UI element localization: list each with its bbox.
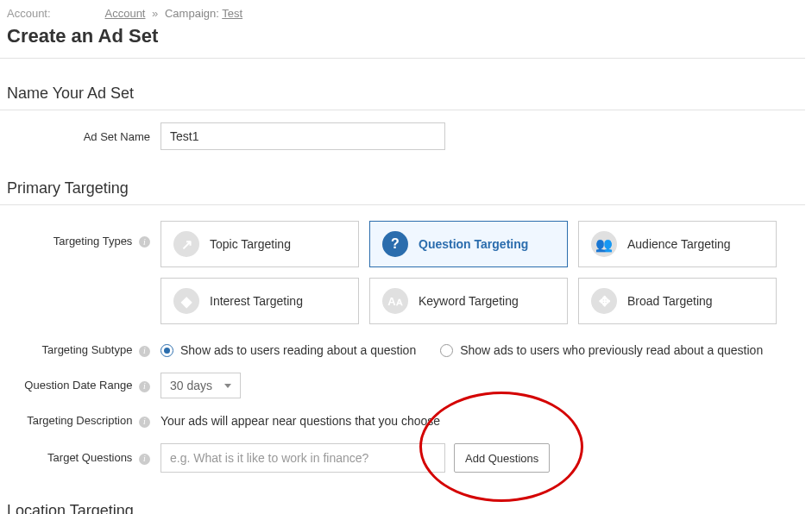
targeting-types-label: Targeting Types [54, 235, 133, 248]
trend-icon: ↗ [173, 231, 199, 257]
target-questions-label: Target Questions [47, 451, 132, 464]
breadcrumb-separator: » [152, 7, 158, 20]
radio-label: Show ads to users who previously read ab… [460, 343, 763, 357]
section-title-location: Location Targeting [0, 476, 812, 514]
section-title-name: Name Your Ad Set [0, 59, 812, 110]
question-icon: ? [382, 231, 408, 257]
audience-icon: 👥 [591, 231, 617, 257]
targeting-type-question[interactable]: ? Question Targeting [369, 221, 568, 267]
targeting-type-topic[interactable]: ↗ Topic Targeting [161, 221, 359, 267]
targeting-type-audience[interactable]: 👥 Audience Targeting [578, 221, 777, 267]
caret-down-icon [224, 384, 231, 388]
targeting-type-label: Topic Targeting [210, 237, 291, 251]
targeting-description-label: Targeting Description [27, 414, 132, 427]
radio-icon [161, 344, 173, 357]
target-questions-input[interactable]: e.g. What is it like to work in finance? [161, 443, 445, 473]
breadcrumb: Account: Account » Campaign: Test [0, 0, 812, 23]
subtype-radio-previously[interactable]: Show ads to users who previously read ab… [440, 343, 763, 357]
ad-set-name-label: Ad Set Name [7, 130, 161, 143]
targeting-type-label: Keyword Targeting [419, 294, 519, 308]
breadcrumb-account-label: Account: [7, 7, 51, 20]
targeting-type-keyword[interactable]: Aᴀ Keyword Targeting [369, 278, 568, 324]
info-icon[interactable]: i [139, 346, 150, 357]
breadcrumb-campaign-link[interactable]: Test [222, 7, 242, 20]
date-range-label: Question Date Range [24, 379, 132, 392]
radio-icon [440, 344, 453, 357]
targeting-type-label: Audience Targeting [627, 237, 731, 251]
ad-set-name-input[interactable] [161, 122, 445, 150]
info-icon[interactable]: i [139, 417, 150, 428]
radio-label: Show ads to users reading about a questi… [180, 343, 416, 357]
keyword-icon: Aᴀ [382, 288, 408, 314]
section-title-primary: Primary Targeting [0, 154, 812, 204]
targeting-type-label: Interest Targeting [210, 294, 303, 308]
targeting-description-text: Your ads will appear near questions that… [161, 414, 440, 428]
info-icon[interactable]: i [139, 454, 150, 465]
info-icon[interactable]: i [139, 381, 150, 392]
targeting-type-interest[interactable]: ◆ Interest Targeting [161, 278, 359, 324]
targeting-type-label: Broad Targeting [627, 294, 713, 308]
broad-icon: ✥ [591, 288, 617, 314]
add-questions-button[interactable]: Add Questions [454, 443, 550, 473]
page-title: Create an Ad Set [0, 23, 812, 58]
targeting-type-broad[interactable]: ✥ Broad Targeting [578, 278, 777, 324]
dropdown-value: 30 days [170, 379, 212, 392]
breadcrumb-account-link[interactable]: Account [105, 7, 146, 20]
subtype-radio-reading[interactable]: Show ads to users reading about a questi… [161, 343, 416, 357]
placeholder-text: e.g. What is it like to work in finance? [170, 451, 368, 465]
info-icon[interactable]: i [139, 236, 150, 248]
interest-icon: ◆ [173, 288, 199, 314]
targeting-type-label: Question Targeting [419, 237, 528, 251]
targeting-subtype-label: Targeting Subtype [42, 343, 133, 356]
date-range-dropdown[interactable]: 30 days [161, 373, 241, 398]
breadcrumb-campaign-label: Campaign: [165, 7, 219, 20]
